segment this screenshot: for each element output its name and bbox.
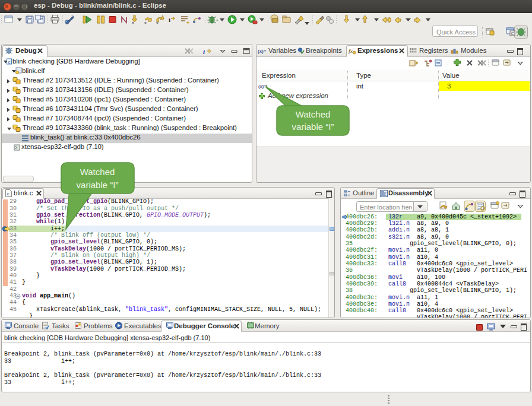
svg-text:variable “I”: variable “I” — [77, 180, 119, 190]
svg-text:variable “I”: variable “I” — [292, 122, 334, 132]
svg-text:Watched: Watched — [296, 109, 331, 119]
svg-text:Watched: Watched — [80, 167, 115, 177]
